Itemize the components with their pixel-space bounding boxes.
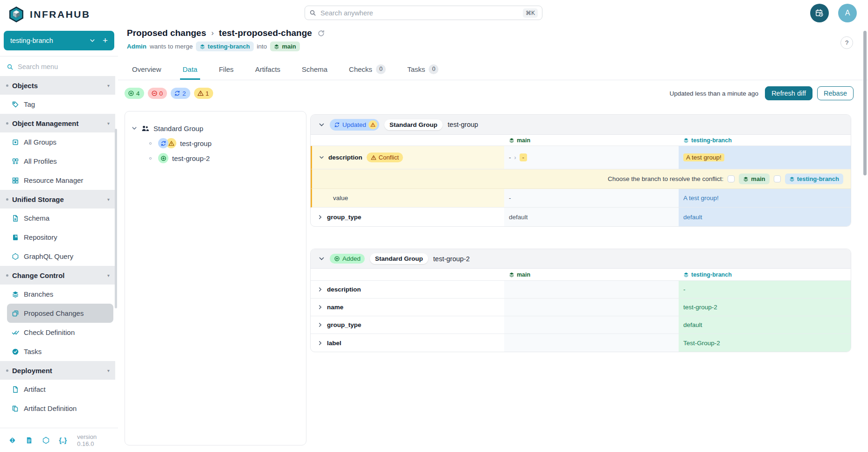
branch-selector[interactable]: testing-branch + <box>4 31 114 50</box>
attribute-row-name: name test-group-2 <box>311 299 851 316</box>
tree-node-standard-group[interactable]: Standard Group <box>132 121 299 136</box>
docs-icon[interactable] <box>25 436 33 445</box>
sidebar-item-all-profiles[interactable]: All Profiles <box>0 152 113 171</box>
chevron-down-icon[interactable] <box>319 256 325 262</box>
menu-search-input[interactable] <box>18 63 97 70</box>
caret-down-icon: ▾ <box>107 197 110 202</box>
sidebar-scrollbar-thumb[interactable] <box>115 129 117 308</box>
check-definition-icon <box>12 329 19 336</box>
testing-branch-option[interactable]: testing-branch <box>785 174 843 184</box>
rebase-button[interactable]: Rebase <box>817 86 854 100</box>
scheduler-button[interactable] <box>810 4 829 22</box>
sidebar-section-objects[interactable]: Objects ▾ <box>0 76 115 95</box>
updated-status-icon <box>158 138 168 148</box>
object-name: test-group <box>448 121 478 128</box>
sidebar-section-change-control[interactable]: Change Control ▾ <box>0 266 115 285</box>
added-status-pill: Added <box>330 254 365 264</box>
global-search-input[interactable] <box>320 9 519 17</box>
refresh-icon[interactable] <box>317 29 325 37</box>
branch-icon <box>683 272 689 278</box>
chevron-down-icon[interactable] <box>319 155 324 160</box>
tab-files[interactable]: Files <box>216 60 236 80</box>
diff-card-test-group: Updated Standard Group test-group main t… <box>310 114 851 227</box>
author-name[interactable]: Admin <box>127 43 146 50</box>
object-name: test-group-2 <box>433 255 470 263</box>
conflict-resolution-row: Choose the branch to resolve the conflic… <box>311 169 851 189</box>
sidebar-item-check-definition[interactable]: Check Definition <box>0 323 113 342</box>
app-logo[interactable]: INFRAHUB <box>0 0 118 29</box>
sidebar-item-artifact[interactable]: Artifact <box>0 380 113 399</box>
global-search[interactable]: ⌘K <box>305 6 542 20</box>
tab-schema[interactable]: Schema <box>299 60 330 80</box>
attribute-row-group-type: group_type default <box>311 316 851 334</box>
sidebar-item-tasks[interactable]: Tasks <box>0 342 113 361</box>
sidebar-item-all-groups[interactable]: All Groups <box>0 132 113 152</box>
sidebar-item-schema[interactable]: Schema <box>0 209 113 228</box>
tab-artifacts[interactable]: Artifacts <box>252 60 283 80</box>
diff-count-badges: 4 0 2 1 <box>125 88 213 99</box>
chevron-right-icon[interactable] <box>318 341 323 346</box>
tab-checks[interactable]: Checks0 <box>346 60 389 80</box>
diff-card-header[interactable]: Added Standard Group test-group-2 <box>311 249 851 269</box>
git-icon[interactable] <box>8 436 16 445</box>
chevron-down-icon[interactable] <box>319 122 325 128</box>
refresh-diff-button[interactable]: Refresh diff <box>765 86 812 100</box>
sidebar-item-resource-manager[interactable]: Resource Manager <box>0 171 113 190</box>
tree-node-test-group-2[interactable]: test-group-2 <box>132 151 299 166</box>
sidebar-item-graphql-query[interactable]: GraphQL Query <box>0 247 113 266</box>
testing-branch-checkbox[interactable] <box>774 175 781 182</box>
source-branch-badge[interactable]: testing-branch <box>196 42 253 51</box>
warning-icon <box>371 155 376 160</box>
chevron-right-icon[interactable] <box>318 322 323 327</box>
proposed-changes-icon <box>12 310 19 317</box>
chevron-right-icon[interactable] <box>318 305 323 310</box>
group-icon <box>141 124 150 133</box>
branch-icon <box>509 138 514 143</box>
tree-node-test-group[interactable]: test-group <box>132 136 299 151</box>
conflict-prompt: Choose the branch to resolve the conflic… <box>608 175 723 182</box>
sidebar-item-proposed-changes[interactable]: Proposed Changes <box>7 304 113 323</box>
breadcrumb-parent[interactable]: Proposed changes <box>127 28 206 38</box>
diff-card-header[interactable]: Updated Standard Group test-group <box>311 115 851 135</box>
sidebar-item-artifact-definition[interactable]: Artifact Definition <box>0 399 113 418</box>
object-type-badge: Standard Group <box>384 119 443 130</box>
sidebar-item-repository[interactable]: Repository <box>0 228 113 247</box>
diff-card-test-group-2: Added Standard Group test-group-2 main t… <box>310 249 851 352</box>
main-branch-checkbox[interactable] <box>728 175 735 182</box>
graphql-sandbox-icon[interactable] <box>42 436 50 445</box>
add-branch-button[interactable]: + <box>103 35 108 46</box>
avatar[interactable]: A <box>838 4 857 22</box>
tab-data[interactable]: Data <box>180 60 201 80</box>
target-branch-badge[interactable]: main <box>270 42 299 51</box>
sidebar-section-unified-storage[interactable]: Unified Storage ▾ <box>0 190 115 209</box>
tab-tasks[interactable]: Tasks0 <box>404 60 441 80</box>
branch-columns-header: main testing-branch <box>311 269 851 281</box>
branches-icon <box>12 291 19 298</box>
bullet-icon <box>6 198 8 201</box>
sidebar-section-object-management[interactable]: Object Management ▾ <box>0 114 115 132</box>
window-scrollbar-thumb[interactable] <box>863 31 867 175</box>
graphql-icon <box>12 253 19 260</box>
schema-icon <box>12 215 19 222</box>
chevron-right-icon[interactable] <box>318 287 323 292</box>
artifact-definition-icon <box>12 405 19 412</box>
sidebar-item-tag[interactable]: Tag <box>0 95 113 114</box>
sidebar-section-deployment[interactable]: Deployment ▾ <box>0 361 115 380</box>
calendar-clock-icon <box>815 8 824 18</box>
tab-overview[interactable]: Overview <box>129 60 164 80</box>
updated-count-badge: 2 <box>171 88 190 99</box>
bullet-icon <box>6 274 8 277</box>
sidebar-item-branches[interactable]: Branches <box>0 285 113 304</box>
main-branch-option[interactable]: main <box>739 174 769 184</box>
main-area: ⌘K A Proposed changes › test-proposed-ch… <box>118 0 868 452</box>
chevron-down-icon[interactable] <box>132 125 137 131</box>
menu-search[interactable] <box>0 56 118 76</box>
help-button[interactable]: ? <box>840 36 853 49</box>
conflict-badge: Conflict <box>367 153 403 162</box>
api-docs-icon[interactable]: {..} <box>59 436 66 444</box>
attribute-row-label: label Test-Group-2 <box>311 334 851 352</box>
breadcrumb: Proposed changes › test-proposed-change <box>127 28 325 38</box>
breadcrumb-separator: › <box>211 29 214 37</box>
chevron-right-icon[interactable] <box>318 215 323 220</box>
chevron-down-icon[interactable] <box>90 38 95 43</box>
